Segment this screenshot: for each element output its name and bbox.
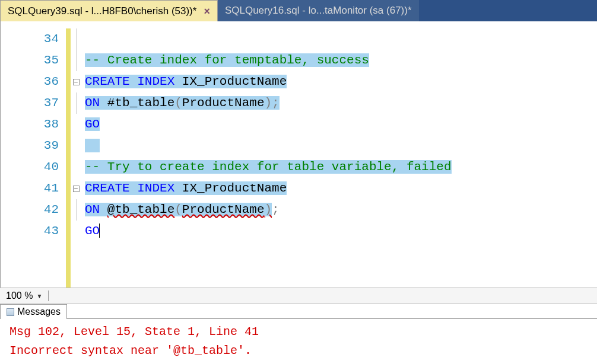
code-token: ON	[85, 203, 100, 216]
file-tab-label: SQLQuery39.sql - l...H8FB0\cherish (53))…	[8, 5, 196, 17]
outline-cell	[71, 50, 81, 71]
outline-column: −−	[71, 21, 81, 288]
code-line[interactable]: -- Try to create index for table variabl…	[81, 157, 597, 178]
error-message-line: Incorrect syntax near '@tb_table'.	[9, 341, 588, 360]
divider	[48, 290, 49, 301]
code-line[interactable]: ON #tb_table(ProductName);	[81, 92, 597, 114]
outline-cell	[71, 221, 81, 242]
code-token: GO	[85, 224, 100, 238]
outline-cell	[71, 199, 81, 221]
collapse-icon[interactable]: −	[73, 79, 80, 85]
line-number: 43	[1, 221, 59, 242]
code-line[interactable]: GO	[81, 114, 597, 135]
line-number: 34	[1, 28, 59, 50]
close-icon[interactable]: ×	[204, 6, 210, 17]
error-message-line: Msg 102, Level 15, State 1, Line 41	[9, 323, 588, 341]
code-token: @tb_table	[107, 203, 174, 216]
code-editor[interactable]: 34353637383940414243 −− -- Create index …	[0, 21, 597, 288]
code-token: IX_ProductName	[174, 181, 287, 195]
code-token: );	[264, 96, 279, 110]
zoom-dropdown[interactable]: 100 % ▼	[6, 290, 42, 301]
code-token: INDEX	[137, 75, 174, 88]
code-line[interactable]: CREATE INDEX IX_ProductName	[81, 71, 597, 92]
line-number: 36	[1, 71, 59, 92]
collapse-icon[interactable]: −	[73, 186, 80, 192]
outline-cell	[71, 92, 81, 114]
tab-bar: SQLQuery39.sql - l...H8FB0\cherish (53))…	[0, 0, 597, 21]
code-token	[100, 203, 107, 216]
code-token: (	[174, 203, 182, 216]
code-token	[130, 75, 138, 88]
code-line[interactable]	[81, 135, 597, 157]
line-number: 39	[1, 135, 59, 157]
outline-cell	[71, 28, 81, 50]
code-content[interactable]: -- Create index for temptable, successCR…	[81, 21, 597, 288]
change-marker	[66, 28, 71, 288]
code-token: ProductName	[182, 203, 265, 216]
code-token: CREATE	[85, 181, 130, 195]
zoom-value: 100 %	[6, 290, 33, 301]
code-token: INDEX	[137, 181, 174, 195]
messages-icon	[7, 308, 14, 316]
code-token: ProductName	[182, 96, 265, 110]
code-line[interactable]: ON @tb_table(ProductName);	[81, 199, 597, 221]
code-line[interactable]	[81, 28, 597, 50]
line-number: 40	[1, 157, 59, 178]
line-number: 42	[1, 199, 59, 221]
code-token	[130, 181, 138, 195]
code-line[interactable]: GO	[81, 221, 597, 242]
code-token: #tb_table	[100, 96, 174, 110]
code-token: GO	[85, 117, 100, 131]
file-tab-inactive[interactable]: SQLQuery16.sql - lo...taMonitor (sa (67)…	[218, 0, 419, 21]
text-caret	[99, 223, 100, 238]
messages-panel[interactable]: Msg 102, Level 15, State 1, Line 41 Inco…	[0, 319, 597, 364]
line-number: 37	[1, 92, 59, 114]
file-tab-active[interactable]: SQLQuery39.sql - l...H8FB0\cherish (53))…	[0, 0, 218, 21]
outline-cell: −	[71, 178, 81, 199]
messages-tab-label: Messages	[17, 306, 61, 317]
messages-tab[interactable]: Messages	[0, 304, 67, 319]
code-line[interactable]: CREATE INDEX IX_ProductName	[81, 178, 597, 199]
line-number: 38	[1, 114, 59, 135]
code-token: CREATE	[85, 75, 130, 88]
line-number-gutter: 34353637383940414243	[1, 21, 66, 288]
line-number: 35	[1, 50, 59, 71]
outline-cell	[71, 135, 81, 157]
chevron-down-icon: ▼	[36, 293, 42, 299]
status-bar: 100 % ▼	[0, 288, 597, 304]
outline-cell: −	[71, 71, 81, 92]
code-token: -- Try to create index for table variabl…	[85, 160, 452, 174]
code-token: )	[264, 203, 272, 216]
code-token: ON	[85, 96, 100, 110]
code-token: ;	[272, 203, 280, 216]
line-number: 41	[1, 178, 59, 199]
outline-cell	[71, 114, 81, 135]
code-token: (	[174, 96, 182, 110]
code-token	[85, 139, 100, 152]
code-token: -- Create index for temptable, success	[85, 53, 369, 67]
results-tab-row: Messages	[0, 304, 597, 319]
code-line[interactable]: -- Create index for temptable, success	[81, 50, 597, 71]
code-token: IX_ProductName	[174, 75, 287, 88]
outline-cell	[71, 157, 81, 178]
file-tab-label: SQLQuery16.sql - lo...taMonitor (sa (67)…	[225, 5, 412, 17]
